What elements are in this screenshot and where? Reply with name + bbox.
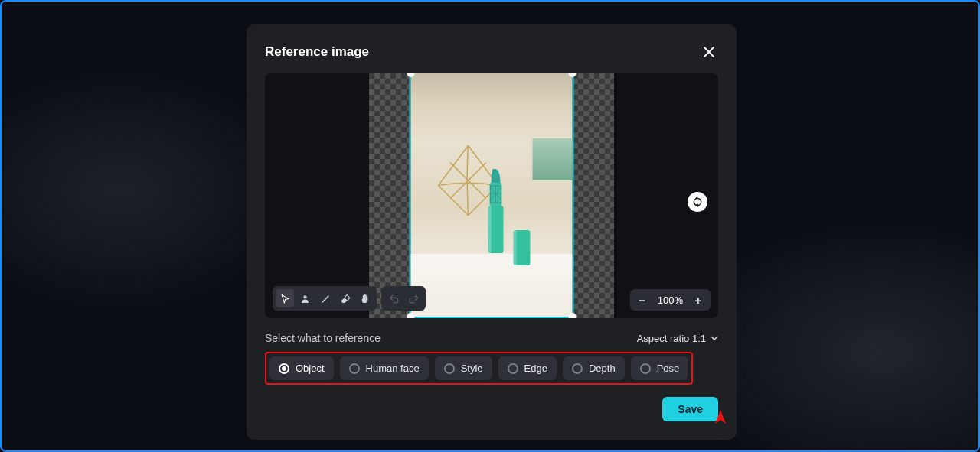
modal-header: Reference image <box>265 43 718 61</box>
brush-icon <box>320 294 330 304</box>
redo-button[interactable] <box>404 289 423 307</box>
crop-handle-bl[interactable] <box>407 313 415 318</box>
radio-icon <box>572 363 583 374</box>
radio-icon <box>444 363 455 374</box>
undo-icon <box>389 294 399 304</box>
background-box <box>533 138 573 180</box>
radio-label: Human face <box>366 363 420 374</box>
reference-option-pose[interactable]: Pose <box>631 356 689 380</box>
aspect-ratio-label: Aspect ratio 1:1 <box>637 333 706 344</box>
select-reference-label: Select what to reference <box>265 332 381 344</box>
modal-title: Reference image <box>265 44 369 60</box>
reference-option-edge[interactable]: Edge <box>498 356 557 380</box>
refresh-icon <box>692 197 703 207</box>
radio-icon <box>279 363 289 374</box>
zoom-in-button[interactable]: + <box>691 292 706 307</box>
radio-label: Depth <box>589 363 616 374</box>
eraser-icon <box>340 294 350 304</box>
radio-label: Object <box>296 363 325 374</box>
crop-handle-br[interactable] <box>569 313 577 318</box>
reference-option-depth[interactable]: Depth <box>563 356 625 380</box>
erase-tool[interactable] <box>335 289 354 307</box>
modal-footer: Save <box>265 397 718 421</box>
crop-tool[interactable] <box>296 289 314 307</box>
reference-image-modal: Reference image <box>247 24 737 440</box>
save-button[interactable]: Save <box>662 397 718 421</box>
undo-button[interactable] <box>384 289 403 307</box>
brush-tool[interactable] <box>315 289 334 307</box>
svg-point-6 <box>303 295 306 298</box>
zoom-control: − 100% + <box>630 289 710 311</box>
svg-rect-5 <box>514 230 517 265</box>
annotation-cursor-arrow <box>714 408 727 425</box>
close-icon <box>704 47 714 57</box>
refresh-image-button[interactable] <box>688 192 707 212</box>
edit-tools <box>273 286 377 311</box>
lipstick-cap <box>512 230 532 267</box>
chevron-down-icon <box>710 334 718 342</box>
pointer-icon <box>280 294 290 304</box>
zoom-out-button[interactable]: − <box>635 292 650 307</box>
reference-option-style[interactable]: Style <box>435 356 492 380</box>
reference-type-options: ObjectHuman faceStyleEdgeDepthPose <box>265 352 693 385</box>
person-crop-icon <box>300 294 310 304</box>
hand-icon <box>360 294 370 304</box>
redo-icon <box>409 294 419 304</box>
reference-option-object[interactable]: Object <box>270 356 334 380</box>
close-button[interactable] <box>700 43 718 61</box>
reference-image-frame[interactable] <box>410 73 574 318</box>
canvas-toolbar <box>273 286 426 311</box>
crop-handle-tl[interactable] <box>407 73 415 77</box>
radio-icon <box>508 363 518 374</box>
radio-label: Pose <box>657 363 680 374</box>
history-tools <box>381 286 426 311</box>
minus-icon: − <box>639 294 645 307</box>
surface <box>411 254 573 317</box>
pointer-tool[interactable] <box>276 289 294 307</box>
options-header-row: Select what to reference Aspect ratio 1:… <box>265 332 718 344</box>
radio-icon <box>640 363 651 374</box>
svg-rect-3 <box>488 206 492 253</box>
lipstick-tube <box>486 169 506 255</box>
image-canvas[interactable]: − 100% + <box>265 73 718 318</box>
radio-label: Style <box>461 363 483 374</box>
plus-icon: + <box>695 294 702 307</box>
zoom-value: 100% <box>658 294 683 306</box>
radio-icon <box>349 363 360 374</box>
hand-tool[interactable] <box>355 289 374 307</box>
aspect-ratio-dropdown[interactable]: Aspect ratio 1:1 <box>637 333 718 344</box>
radio-label: Edge <box>524 363 547 374</box>
reference-option-human-face[interactable]: Human face <box>340 356 429 380</box>
